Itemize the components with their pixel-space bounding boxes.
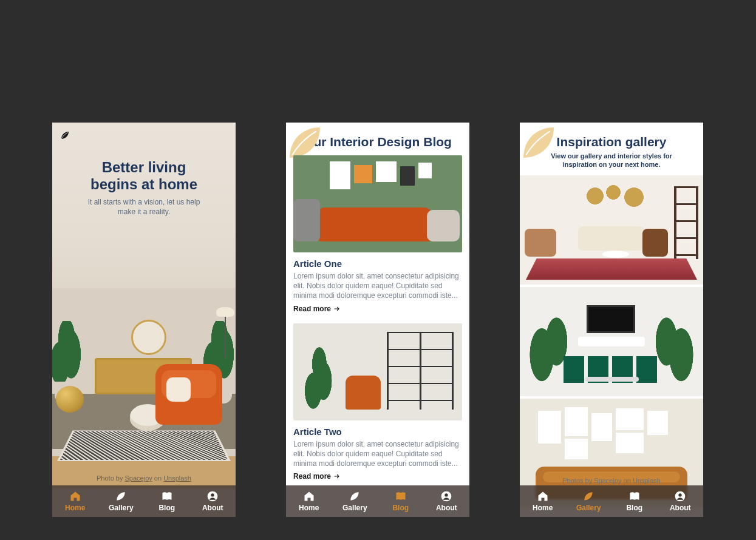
nav-blog[interactable]: Blog xyxy=(611,485,658,517)
blog-article: Article One Lorem ipsum dolor sit, amet … xyxy=(293,155,462,314)
arrow-right-icon xyxy=(333,305,341,312)
bottom-nav: Home Gallery Blog About xyxy=(52,485,236,517)
nav-label: Gallery xyxy=(109,504,134,512)
nav-about[interactable]: About xyxy=(190,485,236,517)
credit-site-link[interactable]: Unsplash xyxy=(163,474,191,482)
book-icon xyxy=(161,490,173,502)
bottom-nav: Home Gallery Blog About xyxy=(286,485,469,517)
home-photo-credit: Photo by Spacejoy on Unsplash xyxy=(52,474,236,482)
nav-label: Gallery xyxy=(342,504,367,512)
blog-article-list: Article One Lorem ipsum dolor sit, amet … xyxy=(286,155,469,491)
bottom-nav: Home Gallery Blog About xyxy=(520,485,703,517)
article-excerpt: Lorem ipsum dolor sit, amet consectetur … xyxy=(293,439,462,469)
article-title: Article Two xyxy=(293,427,462,437)
screen-blog: Our Interior Design Blog Article One Lor… xyxy=(286,123,469,517)
nav-label: Blog xyxy=(392,504,409,512)
screen-home: Better living begins at home It all star… xyxy=(52,123,236,517)
screen-gallery: Inspiration gallery View our gallery and… xyxy=(520,123,703,517)
blog-header: Our Interior Design Blog xyxy=(286,123,469,155)
article-image[interactable] xyxy=(293,323,462,420)
nav-label: Blog xyxy=(158,504,175,512)
read-more-link[interactable]: Read more xyxy=(293,305,341,313)
nav-gallery[interactable]: Gallery xyxy=(98,485,145,517)
nav-label: Home xyxy=(299,504,319,512)
read-more-link[interactable]: Read more xyxy=(293,472,341,481)
home-subtitle: It all starts with a vision, let us help… xyxy=(52,197,236,217)
nav-label: Gallery xyxy=(576,504,601,512)
nav-label: Home xyxy=(533,504,553,512)
nav-home[interactable]: Home xyxy=(520,485,566,517)
article-image[interactable] xyxy=(293,155,462,252)
gallery-header: Inspiration gallery View our gallery and… xyxy=(520,123,703,175)
header-leaf-icon xyxy=(288,126,321,159)
nav-blog[interactable]: Blog xyxy=(378,485,424,517)
nav-label: Blog xyxy=(626,504,642,512)
home-icon xyxy=(303,490,315,502)
article-excerpt: Lorem ipsum dolor sit, amet consectetur … xyxy=(293,271,462,301)
nav-about[interactable]: About xyxy=(424,485,470,517)
nav-home[interactable]: Home xyxy=(286,485,332,517)
leaf-icon xyxy=(349,490,361,502)
article-title: Article One xyxy=(293,258,462,269)
nav-label: About xyxy=(436,504,457,512)
leaf-icon xyxy=(115,490,127,502)
home-icon xyxy=(537,490,549,502)
gallery-image[interactable] xyxy=(520,287,703,396)
nav-label: Home xyxy=(65,504,85,512)
credit-author-link[interactable]: Spacejoy xyxy=(594,477,621,484)
nav-gallery[interactable]: Gallery xyxy=(566,485,612,517)
book-icon xyxy=(395,490,407,502)
nav-label: About xyxy=(670,504,691,512)
arrow-right-icon xyxy=(333,473,341,480)
credit-author-link[interactable]: Spacejoy xyxy=(125,474,152,482)
user-icon xyxy=(440,490,452,502)
home-icon xyxy=(69,490,81,502)
home-title: Better living begins at home xyxy=(52,159,236,192)
gallery-image-list xyxy=(520,175,703,510)
book-icon xyxy=(628,490,641,502)
blog-article: Article Two Lorem ipsum dolor sit, amet … xyxy=(293,323,462,482)
nav-blog[interactable]: Blog xyxy=(144,485,190,517)
gallery-image[interactable] xyxy=(520,175,703,285)
header-leaf-icon xyxy=(522,126,555,159)
nav-about[interactable]: About xyxy=(658,485,704,517)
nav-gallery[interactable]: Gallery xyxy=(332,485,378,517)
user-icon xyxy=(674,490,686,502)
nav-home[interactable]: Home xyxy=(52,485,98,517)
logo-leaf-icon xyxy=(60,130,70,141)
gallery-photo-credit: Photos by Spacejoy on Unsplash xyxy=(520,477,703,484)
user-icon xyxy=(206,490,219,502)
nav-label: About xyxy=(202,504,223,512)
leaf-icon xyxy=(582,490,594,502)
credit-site-link[interactable]: Unsplash xyxy=(633,477,661,484)
